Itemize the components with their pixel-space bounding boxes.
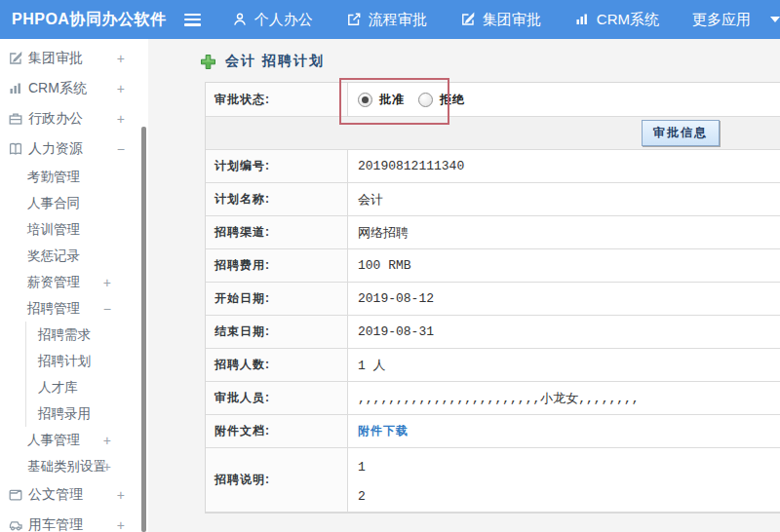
- sidebar-item-admin-office[interactable]: 行政办公 +: [0, 103, 148, 133]
- radio-reject-icon[interactable]: [418, 93, 433, 107]
- radio-approve-icon[interactable]: [358, 93, 372, 107]
- plus-icon: [200, 54, 216, 70]
- sidebar-item-rewards[interactable]: 奖惩记录: [0, 243, 148, 269]
- sidebar-item-recruit-plan[interactable]: 招聘计划: [25, 348, 148, 374]
- field-label: 招聘说明:: [206, 448, 348, 512]
- nav-more-apps[interactable]: 更多应用: [692, 11, 751, 29]
- sidebar-item-label: CRM系统: [28, 80, 87, 97]
- collapse-icon[interactable]: −: [103, 301, 111, 317]
- document-icon: [8, 487, 23, 503]
- bar-chart-icon: [574, 12, 590, 27]
- sidebar-item-base-category[interactable]: 基础类别设置 +: [0, 453, 148, 479]
- sidebar-item-label: 用车管理: [28, 516, 83, 532]
- detail-form: 审批状态: 批准 拒绝 审批信息: [205, 82, 780, 513]
- table-row-end-date: 结束日期: 2019-08-31: [206, 316, 780, 349]
- edit-square-icon: [460, 12, 476, 27]
- sidebar-item-vehicle-mgmt[interactable]: 用车管理 +: [0, 510, 148, 532]
- nav-workflow-approval[interactable]: 流程审批: [346, 11, 427, 29]
- sidebar-item-label: 奖惩记录: [27, 247, 80, 265]
- nav-group-approval[interactable]: 集团审批: [460, 11, 541, 29]
- expand-icon[interactable]: +: [117, 111, 125, 127]
- table-row-recruit-cost: 招聘费用: 100 RMB: [206, 249, 780, 283]
- book-icon: [8, 141, 23, 157]
- approval-radio-group: 批准 拒绝: [358, 92, 465, 108]
- sidebar-item-label: 公文管理: [28, 486, 83, 504]
- menu-icon[interactable]: [184, 14, 201, 26]
- sidebar-item-label: 基础类别设置: [27, 458, 106, 475]
- field-label: 结束日期:: [206, 316, 348, 348]
- field-label: 审批人员:: [206, 382, 348, 414]
- nav-personal-office[interactable]: 个人办公: [232, 11, 313, 29]
- sidebar-item-talent-pool[interactable]: 人才库: [25, 374, 148, 400]
- sidebar-item-label: 集团审批: [28, 50, 83, 67]
- sidebar-item-salary[interactable]: 薪资管理 +: [0, 269, 148, 295]
- briefcase-icon: [8, 111, 23, 127]
- sidebar-item-hr-contract[interactable]: 人事合同: [0, 190, 148, 216]
- flow-icon: [346, 12, 362, 27]
- caret-down-icon[interactable]: [770, 17, 780, 22]
- radio-approve[interactable]: 批准: [358, 92, 405, 108]
- sidebar-item-label: 行政办公: [28, 110, 83, 128]
- field-label: 招聘费用:: [206, 249, 348, 282]
- radio-reject-label: 拒绝: [440, 92, 465, 108]
- attachment-download-link[interactable]: 附件下载: [358, 423, 409, 439]
- collapse-icon[interactable]: −: [117, 141, 125, 157]
- approval-info-button[interactable]: 审批信息: [642, 120, 720, 146]
- field-value: 2019-08-31: [348, 316, 780, 348]
- sidebar-item-label: 薪资管理: [27, 274, 80, 291]
- sidebar-item-label: 人力资源: [28, 140, 83, 158]
- table-row-recruit-channel: 招聘渠道: 网络招聘: [206, 216, 780, 249]
- nav-label: 集团审批: [483, 11, 541, 29]
- field-label: 招聘人数:: [206, 349, 348, 381]
- expand-icon[interactable]: +: [103, 433, 111, 448]
- nav-label: 流程审批: [369, 11, 427, 29]
- person-icon: [232, 12, 248, 27]
- sidebar-scrollbar[interactable]: [141, 127, 146, 532]
- field-value: 1 人: [348, 349, 780, 381]
- nav-label: CRM系统: [597, 11, 659, 29]
- field-label: 计划编号:: [206, 150, 348, 182]
- sidebar-item-personnel-mgmt[interactable]: 人事管理 +: [0, 427, 148, 453]
- sidebar-item-group-approval[interactable]: 集团审批 +: [0, 43, 148, 73]
- expand-icon[interactable]: +: [117, 517, 125, 532]
- sidebar-item-training[interactable]: 培训管理: [0, 216, 148, 243]
- radio-reject[interactable]: 拒绝: [418, 92, 465, 108]
- nav-label: 个人办公: [254, 11, 313, 29]
- sidebar-item-label: 人事合同: [27, 195, 80, 212]
- field-value: 1 2: [348, 448, 780, 512]
- field-label: 招聘渠道:: [206, 216, 348, 248]
- sidebar-item-label: 招聘计划: [38, 353, 91, 370]
- sidebar-item-attendance[interactable]: 考勤管理: [0, 164, 148, 190]
- field-value: 100 RMB: [348, 249, 780, 282]
- field-label: 计划名称:: [206, 183, 348, 215]
- sidebar-item-document-mgmt[interactable]: 公文管理 +: [0, 479, 148, 510]
- field-value: 网络招聘: [348, 216, 780, 248]
- table-row-recruit-notes: 招聘说明: 1 2: [206, 448, 780, 513]
- sidebar-item-hr[interactable]: 人力资源 −: [0, 133, 148, 164]
- sidebar-item-recruit-hire[interactable]: 招聘录用: [25, 400, 148, 427]
- expand-icon[interactable]: +: [117, 487, 125, 503]
- sidebar-item-crm[interactable]: CRM系统 +: [0, 73, 148, 103]
- field-label: 开始日期:: [206, 283, 348, 315]
- page-title: 会计 招聘计划: [148, 39, 780, 82]
- table-row-start-date: 开始日期: 2019-08-12: [206, 283, 780, 316]
- expand-icon[interactable]: +: [103, 459, 111, 475]
- main-content: 会计 招聘计划 审批状态: 批准 拒绝: [148, 39, 780, 532]
- expand-icon[interactable]: +: [117, 81, 125, 96]
- status-label: 审批状态:: [206, 83, 348, 116]
- radio-approve-label: 批准: [379, 92, 405, 108]
- field-value: 20190812111340: [348, 150, 780, 182]
- sidebar-item-label: 招聘管理: [27, 300, 80, 318]
- edit-square-icon: [8, 51, 23, 66]
- sidebar-item-label: 培训管理: [27, 221, 80, 239]
- expand-icon[interactable]: +: [117, 51, 125, 66]
- nav-crm-system[interactable]: CRM系统: [574, 11, 659, 29]
- bar-chart-icon: [8, 81, 23, 96]
- field-value: 会计: [348, 183, 780, 215]
- expand-icon[interactable]: +: [103, 275, 111, 290]
- sidebar-item-recruit-mgmt[interactable]: 招聘管理 −: [0, 295, 148, 322]
- topbar: PHPOA协同办公软件 个人办公 流程审批: [0, 0, 780, 39]
- button-row: 审批信息: [206, 117, 780, 150]
- sidebar-item-recruit-demand[interactable]: 招聘需求: [25, 322, 148, 348]
- sidebar-item-label: 招聘录用: [38, 405, 91, 423]
